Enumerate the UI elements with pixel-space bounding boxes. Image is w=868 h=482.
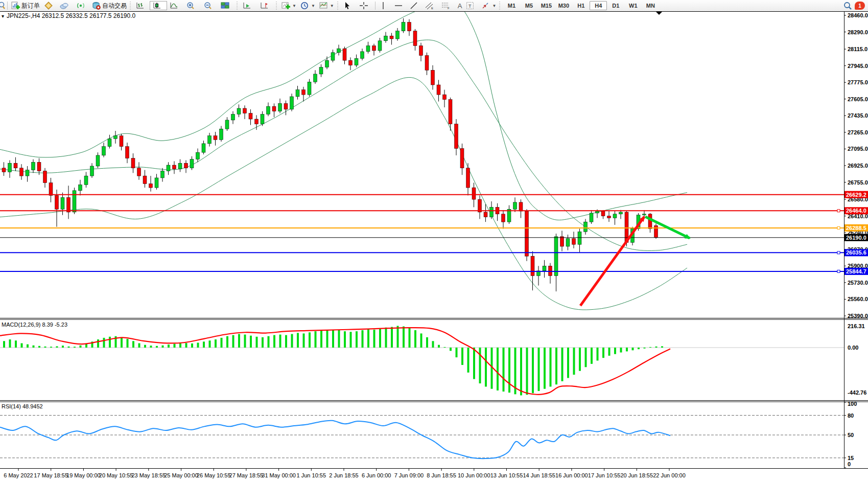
hline-handle [837, 210, 840, 212]
auto-trading-label: 自动交易 [102, 2, 127, 10]
chart-area[interactable]: ▾JPN225-,H4 26312.5 26332.5 26177.5 2619… [0, 11, 868, 482]
timeframe-button-m30[interactable]: M30 [555, 1, 572, 10]
svg-text:26 May 10:55: 26 May 10:55 [197, 472, 231, 478]
timeframe-button-w1[interactable]: W1 [624, 1, 642, 10]
rsi-axis: 1008050150 [844, 401, 857, 468]
svg-text:10 Jun 00:00: 10 Jun 00:00 [458, 472, 490, 478]
toolbar-grip[interactable] [499, 2, 502, 10]
dropdown-caret: ▼ [330, 4, 334, 8]
svg-text:26035.6: 26035.6 [846, 249, 866, 256]
svg-text:25844.7: 25844.7 [846, 268, 866, 274]
chart-title: ▾JPN225-,H4 26312.5 26332.5 26177.5 2619… [2, 12, 136, 19]
templates-icon [319, 2, 328, 10]
svg-text:20 May 10:55: 20 May 10:55 [99, 472, 133, 478]
signals-icon[interactable] [74, 2, 90, 10]
timeframe-button-d1[interactable]: D1 [607, 1, 624, 10]
svg-text:22 Jun 00:00: 22 Jun 00:00 [653, 472, 686, 478]
svg-text:1 Jun 10:55: 1 Jun 10:55 [297, 472, 326, 478]
timeframe-button-h4[interactable]: H4 [590, 1, 607, 10]
timeframe-bar: M1M5M15M30H1H4D1W1MN [503, 1, 659, 10]
main-price-panel [0, 11, 844, 310]
timeframe-button-mn[interactable]: MN [642, 1, 659, 10]
fibonacci-tool-icon[interactable]: F [439, 2, 456, 10]
candlestick-mode-icon[interactable] [150, 1, 167, 10]
hline-handle [837, 251, 840, 254]
cursor-icon[interactable] [341, 2, 357, 10]
svg-text:27435.0: 27435.0 [848, 112, 868, 119]
toolbar-right: 1 [843, 2, 868, 10]
indicators-button[interactable]: ▼ [279, 1, 298, 11]
magnifier-edge-icon[interactable] [0, 2, 6, 10]
svg-text:27 May 18:55: 27 May 18:55 [229, 472, 264, 478]
separator [375, 2, 376, 10]
svg-text:26190.0: 26190.0 [846, 235, 866, 241]
templates-button[interactable]: ▼ [317, 1, 336, 11]
toolbar-grip[interactable] [130, 2, 132, 10]
line-chart-mode-icon[interactable] [167, 2, 183, 10]
new-order-button[interactable]: 新订单 [9, 1, 42, 11]
rsi-panel [0, 416, 844, 459]
svg-text:100: 100 [848, 401, 857, 407]
chart-shift-icon[interactable] [257, 2, 275, 10]
candles-layer [2, 18, 658, 291]
vertical-line-tool-icon[interactable] [377, 2, 392, 10]
svg-text:0.00: 0.00 [848, 345, 858, 351]
auto-scroll-icon[interactable] [240, 2, 257, 10]
svg-text:80: 80 [848, 412, 854, 419]
trendline-tool-icon[interactable] [408, 2, 423, 10]
timeframe-button-m5[interactable]: M5 [520, 1, 537, 10]
indicators-icon [281, 2, 290, 10]
periods-button[interactable]: ▼ [298, 1, 317, 11]
svg-text:26629.2: 26629.2 [846, 192, 866, 198]
arrows-tool-icon [481, 2, 490, 10]
svg-text:25730.0: 25730.0 [848, 280, 868, 286]
subwindow-collapse-marker[interactable] [656, 12, 662, 15]
dropdown-caret: ▼ [311, 4, 315, 8]
svg-text:27265.0: 27265.0 [848, 129, 868, 135]
toolbar-grip[interactable] [337, 2, 340, 10]
toolbar-grip[interactable] [237, 2, 239, 10]
svg-text:28115.0: 28115.0 [848, 46, 867, 52]
svg-text:25390.0: 25390.0 [848, 313, 868, 319]
svg-text:17 May 18:55: 17 May 18:55 [34, 472, 68, 478]
bar-chart-mode-icon[interactable] [133, 2, 150, 10]
svg-text:27605.0: 27605.0 [848, 96, 868, 102]
timeframe-button-m15[interactable]: M15 [537, 1, 555, 10]
macd-axis: 216.310.00-442.76 [848, 323, 866, 396]
svg-text:17 Jun 10:55: 17 Jun 10:55 [588, 472, 621, 478]
svg-text:6 May 2022: 6 May 2022 [4, 472, 33, 478]
svg-text:23 May 18:55: 23 May 18:55 [131, 472, 166, 478]
arrows-tool-button[interactable]: ▼ [479, 1, 498, 11]
horizontal-line-tool-icon[interactable] [392, 2, 408, 10]
auto-trading-icon [92, 2, 101, 10]
zoom-in-icon[interactable] [183, 2, 201, 10]
notification-bubble[interactable]: 1 [855, 2, 865, 10]
svg-text:E: E [431, 7, 433, 10]
tile-windows-icon[interactable] [218, 2, 236, 10]
svg-text:26464.0: 26464.0 [846, 208, 866, 214]
clock-icon [300, 2, 309, 10]
rsi-line [0, 421, 670, 458]
crosshair-icon[interactable] [357, 2, 373, 10]
bollinger-lower [0, 77, 687, 310]
svg-text:T: T [468, 4, 472, 9]
macd-signal-line [0, 328, 670, 395]
svg-text:25 May 00:00: 25 May 00:00 [164, 472, 198, 478]
text-label-tool-icon[interactable]: T [464, 2, 479, 10]
timeframe-button-m1[interactable]: M1 [503, 1, 520, 10]
svg-text:19 May 00:00: 19 May 00:00 [66, 472, 101, 478]
toolbar-grip[interactable] [276, 2, 278, 10]
auto-trading-button[interactable]: 自动交易 [90, 1, 129, 11]
mt4-window: { "toolbar": { "new_order_label": "新订单",… [0, 0, 868, 482]
editor-icon[interactable] [42, 2, 57, 10]
zoom-out-icon[interactable] [201, 2, 218, 10]
time-axis[interactable]: 6 May 202217 May 18:5519 May 00:0020 May… [4, 469, 686, 478]
timeframe-button-h1[interactable]: H1 [572, 1, 590, 10]
text-tool-icon[interactable]: A [456, 1, 464, 11]
price-axis[interactable]: 28460.028290.028115.027945.027775.027605… [844, 12, 868, 319]
hosting-cloud-icon[interactable] [57, 2, 74, 10]
price-chart-svg[interactable]: ▾JPN225-,H4 26312.5 26332.5 26177.5 2619… [0, 11, 868, 482]
search-icon[interactable] [843, 2, 852, 10]
svg-text:28290.0: 28290.0 [848, 29, 868, 35]
channel-tool-icon[interactable]: E [423, 2, 439, 10]
